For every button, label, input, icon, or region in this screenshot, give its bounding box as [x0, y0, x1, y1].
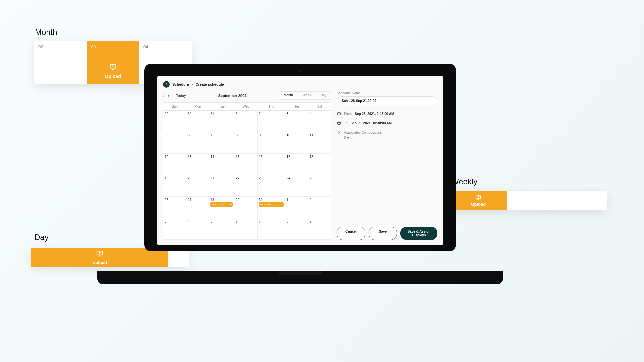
svg-rect-3 — [338, 113, 341, 115]
schedule-name-label: Schedule Name — [337, 91, 437, 95]
day-cell[interactable]: 4 — [308, 111, 331, 132]
to-label: To — [344, 121, 348, 125]
weekly-upload-block[interactable]: Upload — [449, 191, 507, 210]
day-cell[interactable]: 2809:45 AM - 10:00 — [209, 197, 234, 218]
day-cell[interactable]: 4 — [186, 218, 209, 240]
weekday-header: Tue — [209, 103, 234, 111]
day-cell[interactable]: 9 — [308, 218, 331, 240]
weekday-header: Mon — [186, 103, 209, 111]
day-cell[interactable]: 3 — [285, 111, 308, 132]
day-cell[interactable]: 2 — [258, 111, 285, 132]
weekly-callout: Upload — [449, 191, 607, 210]
weekday-header: Sat — [308, 103, 331, 111]
calendar-icon — [337, 111, 341, 116]
laptop-mockup: Schedule › Create schedule ‹ › Today Sep… — [144, 64, 456, 272]
day-cell[interactable]: 7 — [258, 218, 285, 240]
day-cell[interactable]: 9 — [258, 132, 285, 154]
day-cell[interactable]: 6 — [234, 218, 257, 240]
weekly-empty-2 — [557, 191, 607, 210]
day-cell[interactable]: 5 — [209, 218, 234, 240]
app-screen: Schedule › Create schedule ‹ › Today Sep… — [157, 76, 443, 245]
upload-icon — [96, 250, 103, 259]
day-cell[interactable]: 8 — [234, 132, 257, 154]
day-cell[interactable]: 3 — [163, 218, 186, 240]
back-button[interactable] — [163, 81, 170, 88]
close-icon[interactable] — [337, 130, 341, 135]
month-cell-03-active[interactable]: 03 Upload — [87, 41, 139, 84]
breadcrumb-create: Create schedule — [196, 82, 224, 86]
upload-icon — [475, 195, 481, 202]
weekday-header: Fri — [285, 103, 308, 111]
tab-week[interactable]: Week — [298, 92, 316, 99]
svg-rect-4 — [338, 122, 341, 125]
day-cell[interactable]: 7 — [209, 132, 234, 154]
weekday-header: Wed — [234, 103, 257, 111]
save-button[interactable]: Save — [369, 227, 397, 240]
day-cell[interactable]: 12 — [163, 154, 186, 175]
day-cell[interactable]: 29 — [163, 111, 186, 132]
calendar-event[interactable]: 09:45 AM - 10:00 — [210, 202, 233, 207]
day-cell[interactable]: 23 — [258, 175, 285, 196]
laptop-base — [97, 272, 503, 284]
today-button[interactable]: Today — [176, 94, 186, 98]
day-cell[interactable]: 8 — [285, 218, 308, 240]
day-cell[interactable]: 15 — [234, 154, 257, 175]
day-cell[interactable]: 1 — [285, 197, 308, 218]
day-cell[interactable]: 3010:15 AM - 10:30 A — [258, 197, 285, 218]
day-cell[interactable]: 19 — [163, 175, 186, 196]
from-value[interactable]: Sep 28, 2021, 9:45:00 AM — [355, 112, 394, 116]
day-cell[interactable]: 18 — [308, 154, 331, 175]
day-cell[interactable]: 16 — [258, 154, 285, 175]
to-value[interactable]: Sep 30, 2021, 10:30:00 AM — [351, 121, 392, 125]
day-cell[interactable]: 27 — [186, 197, 209, 218]
from-label: From — [344, 112, 352, 116]
day-cell[interactable]: 1 — [234, 111, 257, 132]
day-cell[interactable]: 17 — [285, 154, 308, 175]
calendar-title: September 2021 — [218, 94, 247, 98]
day-cell[interactable]: 14 — [209, 154, 234, 175]
day-cell[interactable]: 13 — [186, 154, 209, 175]
day-cell[interactable]: 25 — [308, 175, 331, 196]
camera-dot — [299, 70, 301, 72]
day-cell[interactable]: 26 — [163, 197, 186, 218]
view-tabs: Month Week Day — [279, 91, 331, 100]
day-cell[interactable]: 21 — [209, 175, 234, 196]
chevron-right-icon: › — [192, 82, 193, 86]
day-cell[interactable]: 11 — [308, 132, 331, 154]
schedule-name-input[interactable] — [337, 96, 437, 105]
day-callout-title: Day — [34, 233, 49, 242]
breadcrumb: Schedule › Create schedule — [163, 81, 437, 88]
cancel-button[interactable]: Cancel — [337, 227, 365, 240]
prev-month-button[interactable]: ‹ — [163, 93, 165, 98]
breadcrumb-schedule[interactable]: Schedule — [172, 82, 189, 86]
next-month-button[interactable]: › — [168, 93, 170, 98]
upload-icon — [109, 63, 117, 72]
day-cell[interactable]: 31 — [209, 111, 234, 132]
calendar-grid: SunMonTueWedThuFriSat2930311234567891011… — [163, 102, 331, 240]
day-cell[interactable]: 5 — [163, 132, 186, 154]
day-cell[interactable]: 24 — [285, 175, 308, 196]
weekday-header: Sun — [163, 103, 186, 111]
day-cell[interactable]: 10 — [285, 132, 308, 154]
calendar-event[interactable]: 10:15 AM - 10:30 A — [259, 202, 284, 207]
tab-month[interactable]: Month — [279, 92, 298, 99]
weekly-empty-1 — [507, 191, 557, 210]
tab-day[interactable]: Day — [316, 92, 331, 99]
day-cell[interactable]: 6 — [186, 132, 209, 154]
day-cell[interactable]: 29 — [234, 197, 257, 218]
save-assign-button[interactable]: Save & Assign Displays — [400, 227, 437, 240]
weekday-header: Thu — [258, 103, 285, 111]
day-cell[interactable]: 30 — [186, 111, 209, 132]
chevron-down-icon: ▾ — [347, 136, 349, 140]
assoc-compositions-toggle[interactable]: 2 ▾ — [344, 136, 437, 140]
calendar-icon — [337, 121, 341, 125]
month-cell-02[interactable]: 02 — [34, 41, 87, 84]
day-cell[interactable]: 2 — [308, 197, 331, 218]
day-cell[interactable]: 20 — [186, 175, 209, 196]
assoc-compositions-label: Associated Compositions — [344, 131, 382, 134]
day-cell[interactable]: 22 — [234, 175, 257, 196]
month-callout-title: Month — [35, 27, 57, 37]
